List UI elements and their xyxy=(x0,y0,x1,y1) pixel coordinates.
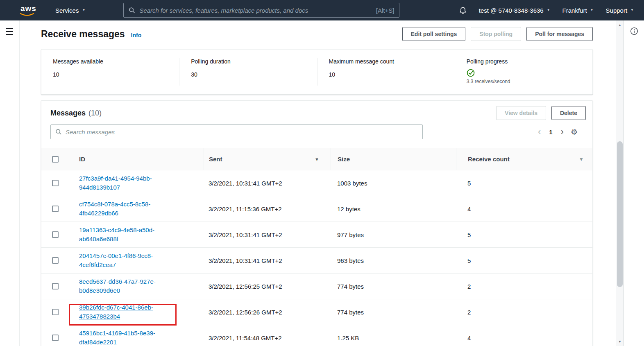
row-checkbox[interactable] xyxy=(52,180,59,186)
support-label: Support xyxy=(606,7,628,14)
chevron-right-icon[interactable]: › xyxy=(561,127,564,136)
size-cell: 12 bytes xyxy=(331,206,456,213)
row-checkbox-cell xyxy=(41,335,69,341)
receive-count-cell: 5 xyxy=(456,231,592,238)
global-search-input[interactable] xyxy=(139,7,376,14)
page-title: Receive messages xyxy=(41,29,125,40)
message-id-link[interactable]: 27fc3a9f-da41-4954-94bb-944d8139b107 xyxy=(79,174,177,192)
stat-polling-progress: Polling progress 3.3 receives/second xyxy=(455,58,592,86)
notifications-bell-icon[interactable] xyxy=(459,7,467,14)
row-checkbox[interactable] xyxy=(52,309,59,315)
row-checkbox-cell xyxy=(41,231,69,238)
messages-search-input[interactable] xyxy=(66,129,418,136)
column-header-size[interactable]: Size xyxy=(331,148,456,170)
success-check-icon xyxy=(467,69,475,77)
row-checkbox-cell xyxy=(41,257,69,264)
column-header-sent-label: Sent xyxy=(209,156,222,163)
messages-search[interactable] xyxy=(50,124,423,139)
size-cell: 977 bytes xyxy=(331,231,456,238)
right-help-rail xyxy=(624,20,644,346)
stat-value: 10 xyxy=(53,71,168,78)
message-id-link[interactable]: 45916bc1-4169-41b5-8e39-dfaf84de2201 xyxy=(79,329,177,346)
polling-stats-panel: Messages available 10 Polling duration 3… xyxy=(41,49,593,95)
receive-count-cell: 5 xyxy=(456,257,592,264)
column-header-receive-count[interactable]: Receive count ▼ xyxy=(456,148,592,170)
select-all-cell xyxy=(41,148,69,170)
stat-value: 10 xyxy=(329,71,443,78)
size-cell: 963 bytes xyxy=(331,257,456,264)
services-menu[interactable]: Services ▼ xyxy=(55,7,85,14)
id-cell: 2041457c-00e1-4f86-9cc8-4cef6fd2cea7 xyxy=(69,251,204,269)
chevron-left-icon[interactable]: ‹ xyxy=(538,127,541,136)
global-search[interactable]: [Alt+S] xyxy=(123,3,399,18)
row-checkbox[interactable] xyxy=(52,283,59,289)
receive-count-cell: 4 xyxy=(456,206,592,213)
message-id-link[interactable]: 2041457c-00e1-4f86-9cc8-4cef6fd2cea7 xyxy=(79,251,177,269)
row-checkbox[interactable] xyxy=(52,335,59,341)
region-menu[interactable]: Frankfurt ▼ xyxy=(562,7,594,14)
column-filter-icon[interactable]: ▼ xyxy=(579,156,584,162)
stat-label: Messages available xyxy=(53,58,168,65)
chevron-down-icon: ▼ xyxy=(547,9,550,12)
info-panel-icon[interactable] xyxy=(630,27,638,346)
stat-messages-available: Messages available 10 xyxy=(41,58,179,86)
size-cell: 1003 bytes xyxy=(331,180,456,187)
messages-title: Messages xyxy=(50,109,86,118)
table-row: 2041457c-00e1-4f86-9cc8-4cef6fd2cea7 3/2… xyxy=(41,248,592,274)
stat-label: Polling progress xyxy=(467,58,581,65)
current-page-number[interactable]: 1 xyxy=(549,129,552,136)
stat-label: Polling duration xyxy=(191,58,305,65)
table-row: 27fc3a9f-da41-4954-94bb-944d8139b107 3/2… xyxy=(41,170,592,196)
message-id-link[interactable]: 39b26fdc-d67c-4041-86eb-4753478823b4 xyxy=(79,303,177,321)
scroll-up-button[interactable]: ▲ xyxy=(616,22,624,28)
id-cell: 19a11363-c4c9-4e58-a50d-ab640a6e688f xyxy=(69,226,204,244)
edit-poll-settings-button[interactable]: Edit poll settings xyxy=(402,27,466,41)
sent-cell: 3/2/2021, 12:56:26 GMT+2 xyxy=(204,309,331,316)
message-id-link[interactable]: 8eed5637-dd36-47a7-927e-b0d8e309d6e0 xyxy=(79,277,177,295)
stop-polling-button[interactable]: Stop polling xyxy=(471,27,521,41)
delete-button[interactable]: Delete xyxy=(551,106,586,120)
select-all-checkbox[interactable] xyxy=(52,156,59,163)
table-row: cf754c8f-078a-4cc5-8c58-4fb46229db66 3/2… xyxy=(41,196,592,222)
settings-gear-icon[interactable]: ⚙ xyxy=(571,128,578,136)
sort-descending-icon[interactable]: ▼ xyxy=(315,157,319,162)
message-id-link[interactable]: 19a11363-c4c9-4e58-a50d-ab640a6e688f xyxy=(79,226,177,244)
column-header-receive-count-label: Receive count xyxy=(468,156,510,163)
column-header-sent[interactable]: Sent ▼ xyxy=(204,148,331,170)
table-row: 8eed5637-dd36-47a7-927e-b0d8e309d6e0 3/2… xyxy=(41,274,592,299)
receive-count-cell: 2 xyxy=(456,309,592,316)
size-cell: 774 bytes xyxy=(331,309,456,316)
table-row: 19a11363-c4c9-4e58-a50d-ab640a6e688f 3/2… xyxy=(41,222,592,248)
left-navigation-rail xyxy=(0,20,20,346)
vertical-scrollbar[interactable]: ▲ ▼ xyxy=(616,20,624,346)
stat-maximum-message-count: Maximum message count 10 xyxy=(317,58,455,86)
column-header-id[interactable]: ID xyxy=(69,148,204,170)
size-cell: 774 bytes xyxy=(331,283,456,290)
message-id-link[interactable]: cf754c8f-078a-4cc5-8c58-4fb46229db66 xyxy=(79,200,177,218)
chevron-down-icon: ▼ xyxy=(590,9,594,12)
messages-panel-header: Messages (10) View details Delete xyxy=(41,101,592,124)
row-checkbox[interactable] xyxy=(52,257,59,264)
row-checkbox[interactable] xyxy=(52,231,59,238)
view-details-button[interactable]: View details xyxy=(496,106,546,120)
page-header: Receive messages Info Edit poll settings… xyxy=(41,27,593,41)
scroll-down-button[interactable]: ▼ xyxy=(616,338,624,345)
table-row: 39b26fdc-d67c-4041-86eb-4753478823b4 3/2… xyxy=(41,299,592,325)
account-menu[interactable]: test @ 5740-8348-3636 ▼ xyxy=(479,7,550,14)
sent-cell: 3/2/2021, 10:31:41 GMT+2 xyxy=(204,231,331,238)
receive-count-cell: 5 xyxy=(456,180,592,187)
support-menu[interactable]: Support ▼ xyxy=(606,7,634,14)
messages-count-badge: (10) xyxy=(88,109,102,118)
info-link[interactable]: Info xyxy=(131,32,142,38)
receive-count-cell: 2 xyxy=(456,283,592,290)
poll-for-messages-button[interactable]: Poll for messages xyxy=(526,27,593,41)
menu-icon[interactable] xyxy=(6,28,13,35)
row-checkbox[interactable] xyxy=(52,206,59,212)
aws-logo[interactable]: aws xyxy=(20,3,37,18)
top-navigation-bar: aws Services ▼ [Alt+S] test @ 5740-8348-… xyxy=(0,0,644,20)
sent-cell: 3/2/2021, 11:54:48 GMT+2 xyxy=(204,335,331,341)
row-checkbox-cell xyxy=(41,309,69,315)
scrollbar-thumb[interactable] xyxy=(617,141,623,287)
id-cell: 8eed5637-dd36-47a7-927e-b0d8e309d6e0 xyxy=(69,277,204,295)
stat-polling-duration: Polling duration 30 xyxy=(179,58,317,86)
